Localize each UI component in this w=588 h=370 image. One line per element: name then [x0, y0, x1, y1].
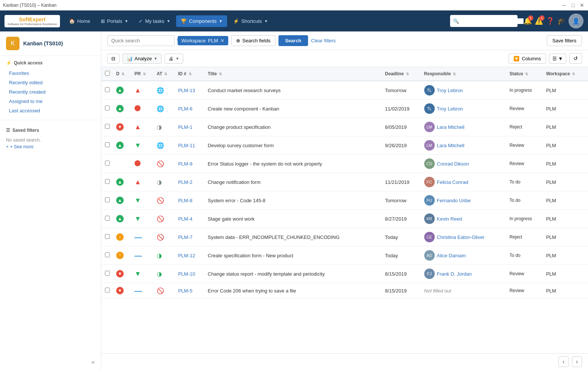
id-cell[interactable]: PLM-6	[175, 100, 205, 118]
responsible-name[interactable]: Troy Lebron	[437, 106, 463, 112]
title-cell[interactable]: System error - Code 145-8	[205, 191, 382, 210]
nav-search-box[interactable]: 🔍	[450, 15, 518, 27]
columns-button[interactable]: 🔽 Columns	[509, 54, 546, 64]
quick-search-input[interactable]	[111, 38, 174, 43]
alerts-icon[interactable]: ⚠️ 1	[535, 17, 543, 25]
sidebar-item-favorites[interactable]: Favorites	[6, 69, 95, 78]
notifications-icon[interactable]: 🔔 1	[524, 17, 532, 25]
row-checkbox[interactable]	[105, 142, 110, 147]
responsible-name[interactable]: Lara Mitchell	[437, 143, 465, 148]
row-checkbox[interactable]	[105, 234, 110, 239]
responsible-name[interactable]: Fernando Uribe	[437, 198, 471, 203]
id-cell[interactable]: PLM-5	[175, 283, 205, 298]
table-row[interactable]: 🚫 PLM-9 Error Status logger - the system…	[101, 155, 588, 173]
title-cell[interactable]: Create new component - Kanban	[205, 100, 382, 118]
th-d[interactable]: D ⇅	[113, 67, 132, 81]
clear-filters-button[interactable]: Clear filters	[311, 38, 336, 43]
row-checkbox[interactable]	[105, 87, 110, 92]
table-row[interactable]: ! — 🚫 PLM-7 System data - ERR_INCOMPLETE…	[101, 228, 588, 246]
workspace-tag[interactable]: Workspace PLM ✕	[178, 36, 228, 45]
responsible-name[interactable]: Alice Damam	[437, 253, 466, 258]
row-checkbox[interactable]	[105, 179, 110, 184]
title-cell[interactable]: Change status report - modify template a…	[205, 265, 382, 283]
analyze-button[interactable]: 📊 Analyze ▼	[123, 54, 162, 64]
title-cell[interactable]: Conduct market research surveys	[205, 81, 382, 100]
title-cell[interactable]: Change notification form	[205, 173, 382, 191]
logo[interactable]: SoftExpert Software for Performance Exce…	[4, 15, 60, 27]
search-button[interactable]: Search	[278, 35, 308, 46]
nav-home[interactable]: 🏠 Home	[64, 15, 95, 27]
th-pr[interactable]: PR ⇅	[132, 67, 154, 81]
print-button[interactable]: 🖨 ▼	[165, 54, 183, 64]
row-checkbox[interactable]	[105, 216, 110, 221]
quick-search-wrapper[interactable]: 🔍	[107, 35, 175, 46]
close-button[interactable]: ✕	[579, 2, 585, 8]
id-cell[interactable]: PLM-11	[175, 136, 205, 155]
id-cell[interactable]: PLM-2	[175, 173, 205, 191]
responsible-name[interactable]: Christina Eaton-Oliver	[437, 234, 485, 240]
th-responsible[interactable]: Responsible ⇅	[421, 67, 507, 81]
table-row[interactable]: ▼ ▲ ◑ PLM-1 Change product specification…	[101, 118, 588, 136]
table-row[interactable]: ▲ ▲ 🌐 PLM-13 Conduct market research sur…	[101, 81, 588, 100]
search-fields-button[interactable]: ⊕ Search fields	[231, 35, 275, 46]
row-checkbox[interactable]	[105, 161, 110, 166]
next-page-button[interactable]: ›	[572, 357, 582, 367]
id-cell[interactable]: PLM-13	[175, 81, 205, 100]
title-cell[interactable]: Error Status logger - the system do not …	[205, 155, 382, 173]
responsible-name[interactable]: Lara Mitchell	[437, 124, 465, 130]
help-icon[interactable]: ❓	[546, 17, 554, 25]
graduation-icon[interactable]: 🎓	[557, 17, 566, 25]
table-row[interactable]: ▲ ▼ 🚫 PLM-4 Stage gate wont work 8/27/20…	[101, 210, 588, 228]
id-cell[interactable]: PLM-9	[175, 155, 205, 173]
row-checkbox[interactable]	[105, 106, 110, 110]
row-checkbox[interactable]	[105, 124, 110, 129]
th-deadline[interactable]: Deadline ⇅	[382, 67, 421, 81]
nav-components[interactable]: 🏆 Components ▼	[176, 15, 227, 27]
title-cell[interactable]: System data - ERR_INCOMPLETE_CHUNKED_ENC…	[205, 228, 382, 246]
save-filters-button[interactable]: Save filters	[547, 35, 582, 46]
th-status[interactable]: Status ⇅	[506, 67, 543, 81]
workspace-tag-close[interactable]: ✕	[220, 38, 224, 43]
maximize-button[interactable]: □	[570, 2, 576, 8]
prev-page-button[interactable]: ‹	[558, 357, 569, 367]
responsible-name[interactable]: Troy Lebron	[437, 88, 463, 93]
th-title[interactable]: Title ⇅	[205, 67, 382, 81]
row-checkbox[interactable]	[105, 197, 110, 202]
nav-mytasks[interactable]: ✓ My tasks ▼	[134, 15, 175, 27]
sidebar-item-recently-created[interactable]: Recently created	[6, 87, 95, 97]
responsible-name[interactable]: Frank D. Jordan	[437, 271, 472, 277]
sidebar-item-recently-edited[interactable]: Recently edited	[6, 78, 95, 87]
title-cell[interactable]: Stage gate wont work	[205, 210, 382, 228]
table-row[interactable]: ▼ — 🚫 PLM-5 Error Code 206 when trying t…	[101, 283, 588, 298]
responsible-name[interactable]: Conrad Dikson	[437, 161, 469, 167]
id-cell[interactable]: PLM-8	[175, 191, 205, 210]
select-all-checkbox[interactable]	[105, 71, 110, 76]
responsible-name[interactable]: Kevin Reed	[437, 216, 462, 222]
minimize-button[interactable]: ─	[561, 2, 567, 8]
table-row[interactable]: ▲ ▲ ◑ PLM-2 Change notification form 11/…	[101, 173, 588, 191]
id-cell[interactable]: PLM-7	[175, 228, 205, 246]
row-checkbox[interactable]	[105, 271, 110, 276]
refresh-button[interactable]: ↺	[569, 53, 582, 64]
table-row[interactable]: ▲ 🌐 PLM-6 Create new component - Kanban …	[101, 100, 588, 118]
id-cell[interactable]: PLM-1	[175, 118, 205, 136]
id-cell[interactable]: PLM-4	[175, 210, 205, 228]
user-avatar[interactable]: 👤	[569, 13, 584, 28]
responsible-name[interactable]: Felicia Conrad	[437, 179, 468, 185]
id-cell[interactable]: PLM-10	[175, 265, 205, 283]
title-cell[interactable]: Develop survey customer form	[205, 136, 382, 155]
sidebar-collapse-button[interactable]: «	[91, 359, 95, 366]
title-cell[interactable]: Error Code 206 when trying to save a fil…	[205, 283, 382, 298]
nav-shortcuts[interactable]: ⚡ Shortcuts ▼	[229, 15, 272, 27]
view-toggle-button[interactable]: ☰ ▼	[549, 54, 566, 64]
table-row[interactable]: ! — ◑ PLM-12 Create specification form -…	[101, 246, 588, 265]
table-row[interactable]: ▲ ▼ 🌐 PLM-11 Develop survey customer for…	[101, 136, 588, 155]
table-row[interactable]: ▼ ▼ ◑ PLM-10 Change status report - modi…	[101, 265, 588, 283]
row-checkbox[interactable]	[105, 288, 110, 292]
row-checkbox[interactable]	[105, 252, 110, 257]
see-more-link[interactable]: + + See more	[6, 144, 95, 149]
th-id[interactable]: ID # ⇅	[175, 67, 205, 81]
title-cell[interactable]: Create specification form - New product	[205, 246, 382, 265]
th-at[interactable]: AT ⇅	[154, 67, 175, 81]
reset-button[interactable]: ⊟	[107, 54, 120, 64]
